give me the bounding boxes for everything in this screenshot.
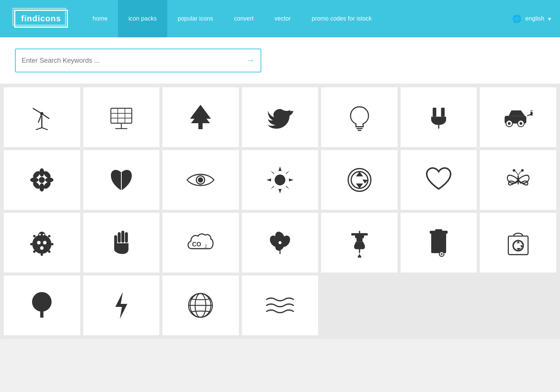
icon-cell-tree2[interactable] <box>4 276 80 335</box>
search-box: → <box>15 49 261 72</box>
main-nav: findicons home icon packs popular icons … <box>0 0 560 37</box>
svg-rect-92 <box>435 229 442 231</box>
svg-point-66 <box>37 241 41 245</box>
svg-marker-47 <box>267 178 271 181</box>
icon-cell-globe[interactable] <box>162 276 239 335</box>
icon-cell-electric-car[interactable] <box>480 87 556 147</box>
svg-rect-93 <box>508 236 528 255</box>
svg-point-63 <box>33 251 35 253</box>
svg-point-27 <box>519 122 522 125</box>
svg-point-35 <box>30 178 38 183</box>
svg-rect-85 <box>357 238 363 242</box>
chevron-down-icon: ▾ <box>548 15 551 22</box>
svg-rect-16 <box>199 123 203 129</box>
svg-marker-51 <box>270 186 274 190</box>
icon-cell-hand[interactable] <box>83 213 160 273</box>
svg-marker-52 <box>286 186 290 190</box>
svg-point-64 <box>30 243 32 245</box>
nav-item-convert[interactable]: convert <box>224 0 264 37</box>
icon-cell-leaf[interactable] <box>83 150 160 210</box>
icon-cell-empty-2 <box>401 276 477 335</box>
svg-point-71 <box>43 234 45 236</box>
svg-point-62 <box>41 253 43 256</box>
icon-cell-wind-turbine[interactable] <box>4 87 80 147</box>
svg-rect-7 <box>111 108 132 123</box>
icon-cell-trash-bin[interactable] <box>401 213 477 273</box>
svg-rect-73 <box>121 231 124 243</box>
svg-rect-21 <box>441 108 445 116</box>
svg-point-32 <box>39 177 45 183</box>
search-input[interactable] <box>22 57 246 65</box>
svg-text:2: 2 <box>205 244 207 248</box>
icon-cell-empty-1 <box>321 276 398 335</box>
language-selector[interactable]: 🌐 english ▾ <box>503 0 560 37</box>
svg-rect-72 <box>118 232 121 243</box>
svg-point-61 <box>48 251 50 253</box>
svg-rect-29 <box>530 112 532 115</box>
svg-point-44 <box>275 175 286 186</box>
svg-line-6 <box>42 128 48 130</box>
icon-cell-solar-panel[interactable] <box>83 87 160 147</box>
svg-rect-75 <box>114 235 117 244</box>
icon-cell-recycle[interactable] <box>321 150 398 210</box>
svg-marker-45 <box>279 167 281 171</box>
svg-point-68 <box>40 246 44 250</box>
svg-point-95 <box>32 292 52 311</box>
svg-point-70 <box>39 234 41 236</box>
svg-point-69 <box>38 231 46 239</box>
icon-cell-plug[interactable] <box>401 87 477 147</box>
icon-cell-sun[interactable] <box>242 150 318 210</box>
nav-item-vector[interactable]: vector <box>264 0 301 37</box>
svg-point-56 <box>522 169 523 171</box>
logo[interactable]: findicons <box>0 0 82 37</box>
svg-rect-87 <box>359 231 360 234</box>
icon-cell-lightning[interactable] <box>83 276 160 335</box>
svg-rect-88 <box>431 232 446 253</box>
svg-line-5 <box>36 128 42 130</box>
icon-cell-waves[interactable] <box>242 276 318 335</box>
svg-rect-74 <box>125 232 128 243</box>
svg-point-67 <box>43 241 47 245</box>
svg-marker-49 <box>270 170 274 174</box>
icon-grid: CO 2 <box>0 84 560 339</box>
icon-cell-co2[interactable]: CO 2 <box>162 213 239 273</box>
nav-item-promo[interactable]: promo codes for istock <box>301 0 382 37</box>
icon-cell-lightbulb[interactable] <box>321 87 398 147</box>
svg-marker-50 <box>286 170 290 174</box>
svg-marker-48 <box>289 178 293 181</box>
icon-cell-tree[interactable] <box>162 87 239 147</box>
icon-cell-empty-3 <box>480 276 556 335</box>
icon-cell-heart[interactable] <box>401 150 477 210</box>
nav-items: home icon packs popular icons convert ve… <box>82 0 503 37</box>
icon-cell-ladybug[interactable] <box>4 213 80 273</box>
icon-cell-bird[interactable] <box>242 87 318 147</box>
nav-item-home[interactable]: home <box>82 0 118 37</box>
logo-text: findicons <box>21 14 61 23</box>
svg-rect-96 <box>40 311 44 318</box>
svg-line-3 <box>42 113 49 119</box>
icon-cell-flower[interactable] <box>4 150 80 210</box>
svg-point-43 <box>199 178 203 182</box>
svg-point-82 <box>279 241 281 244</box>
icon-cell-butterfly[interactable] <box>480 150 556 210</box>
icon-cell-recycle-bag[interactable] <box>480 213 556 273</box>
icon-cell-plant[interactable] <box>242 213 318 273</box>
svg-point-54 <box>517 175 519 185</box>
svg-point-25 <box>508 122 510 125</box>
nav-item-icon-packs[interactable]: icon packs <box>118 0 167 37</box>
svg-point-36 <box>45 178 53 183</box>
svg-marker-46 <box>279 189 281 193</box>
nav-item-popular-icons[interactable]: popular icons <box>167 0 224 37</box>
globe-icon: 🌐 <box>512 14 522 23</box>
icon-cell-faucet[interactable] <box>321 213 398 273</box>
icon-cell-eye[interactable] <box>162 150 239 210</box>
language-label: english <box>525 15 544 22</box>
search-arrow-icon[interactable]: → <box>246 56 255 65</box>
svg-rect-20 <box>433 108 436 116</box>
svg-marker-97 <box>115 292 127 319</box>
svg-point-55 <box>513 169 515 171</box>
svg-point-34 <box>40 183 44 192</box>
svg-point-65 <box>33 235 35 237</box>
svg-point-59 <box>48 235 50 237</box>
svg-point-60 <box>51 243 53 245</box>
